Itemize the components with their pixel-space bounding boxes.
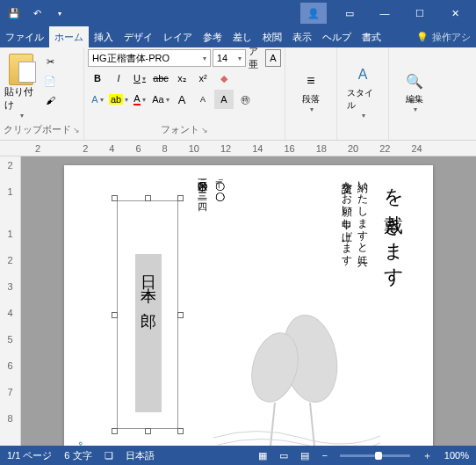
- sender-name[interactable]: 日本一郎: [138, 263, 159, 312]
- copy-button[interactable]: 📄: [40, 72, 60, 90]
- tab-layout[interactable]: レイア: [158, 26, 198, 47]
- document-area: 2 1 1 2 3 4 5 6 7 8 を戴きます 納いたしますと共に 交誼をお…: [0, 156, 476, 446]
- zoom-slider[interactable]: [340, 454, 410, 457]
- ruler-tick: 22: [379, 143, 390, 154]
- ruler-tick: 2: [83, 143, 88, 154]
- ribbon-options-button[interactable]: ▭: [332, 0, 367, 26]
- ribbon-tabs: ファイル ホーム 挿入 デザイ レイア 参考 差し 校閲 表示 ヘルプ 書式 💡…: [0, 26, 476, 47]
- superscript-button[interactable]: x²: [193, 69, 213, 88]
- address-postal[interactable]: 〒〇〇〇−〇〇〇〇: [213, 174, 227, 185]
- resize-handle[interactable]: [177, 312, 184, 318]
- document-page[interactable]: を戴きます 納いたしますと共に 交誼をお願い申し上げます 〒〇〇〇−〇〇〇〇 〇…: [64, 165, 433, 446]
- underline-button[interactable]: U▾: [130, 69, 149, 88]
- char-shading-button[interactable]: A: [214, 90, 234, 109]
- ribbon: 貼り付け ▾ ✂ 📄 🖌 クリップボード↘ HG正楷書体-PRO▾ 14▾ ア亜…: [0, 47, 476, 141]
- tab-design[interactable]: デザイ: [119, 26, 158, 47]
- phonetic-guide-button[interactable]: ア亜: [248, 49, 263, 67]
- underline-label: U: [133, 73, 141, 84]
- save-button[interactable]: 💾: [4, 3, 25, 24]
- resize-handle[interactable]: [112, 428, 118, 434]
- resize-handle[interactable]: [112, 312, 118, 318]
- font-color-button[interactable]: A▾: [130, 90, 149, 109]
- resize-handle[interactable]: [145, 195, 151, 201]
- text-line-3[interactable]: 交誼をお願い申し上げます: [339, 174, 354, 260]
- view-print-button[interactable]: ▦: [258, 450, 267, 461]
- close-button[interactable]: ✕: [437, 0, 472, 26]
- language-button[interactable]: 日本語: [126, 449, 155, 462]
- italic-button[interactable]: I: [109, 69, 128, 88]
- highlight-button[interactable]: ab▾: [109, 90, 128, 109]
- resize-handle[interactable]: [177, 428, 184, 434]
- resize-handle[interactable]: [112, 195, 118, 201]
- zoom-out-button[interactable]: −: [321, 450, 327, 461]
- paragraph-icon: ≡: [300, 70, 321, 91]
- font-name-combo[interactable]: HG正楷書体-PRO▾: [88, 49, 211, 67]
- case-label: Aa: [152, 94, 163, 105]
- tab-references[interactable]: 参考: [198, 26, 227, 47]
- maximize-button[interactable]: ☐: [402, 0, 437, 26]
- tab-home[interactable]: ホーム: [49, 26, 89, 47]
- text-line-2[interactable]: 納いたしますと共に: [355, 174, 370, 260]
- subscript-button[interactable]: x₂: [172, 69, 191, 88]
- paragraph-label: 段落: [302, 93, 320, 105]
- tab-format[interactable]: 書式: [357, 26, 386, 47]
- bold-button[interactable]: B: [88, 69, 107, 88]
- redo-button[interactable]: ▾: [49, 3, 70, 24]
- zoom-level[interactable]: 100%: [444, 450, 469, 461]
- font-size-combo[interactable]: 14▾: [213, 49, 246, 67]
- spell-check-button[interactable]: ❏: [105, 450, 113, 461]
- page-container[interactable]: を戴きます 納いたしますと共に 交誼をお願い申し上げます 〒〇〇〇−〇〇〇〇 〇…: [21, 156, 476, 446]
- shrink-font-button[interactable]: A: [193, 90, 213, 109]
- view-read-button[interactable]: ▭: [279, 450, 288, 461]
- clipboard-group-label: クリップボード: [4, 123, 71, 136]
- ruler-tick: 5: [7, 334, 12, 345]
- view-web-button[interactable]: ▤: [300, 450, 309, 461]
- group-styles: A スタイル ▾: [337, 47, 389, 140]
- strike-button[interactable]: abc: [151, 69, 170, 88]
- ruler-tick: 6: [7, 360, 12, 371]
- minimize-button[interactable]: —: [367, 0, 402, 26]
- anchor-icon[interactable]: ⚓: [73, 441, 88, 446]
- page-indicator[interactable]: 1/1 ページ: [7, 449, 52, 462]
- tab-help[interactable]: ヘルプ: [317, 26, 357, 47]
- resize-handle[interactable]: [145, 428, 151, 434]
- ruler-tick: 2: [35, 143, 40, 154]
- grow-font-button[interactable]: A: [172, 90, 191, 109]
- tab-insert[interactable]: 挿入: [89, 26, 119, 47]
- address-line[interactable]: 〇〇県〇〇市〇〇区〇〇一−二三−四: [196, 174, 209, 195]
- clipboard-dialog-launcher[interactable]: ↘: [73, 126, 80, 134]
- font-size-value: 14: [217, 53, 227, 63]
- word-count[interactable]: 6 文字: [64, 449, 91, 462]
- cut-button[interactable]: ✂: [40, 53, 60, 70]
- selected-textbox[interactable]: 日本一郎: [117, 200, 178, 429]
- undo-button[interactable]: ↶: [26, 3, 47, 24]
- font-group-label: フォント: [161, 123, 199, 136]
- tab-view[interactable]: 表示: [287, 26, 317, 47]
- paragraph-button[interactable]: ≡ 段落 ▾: [289, 49, 333, 134]
- change-case-button[interactable]: Aa▾: [151, 90, 170, 109]
- char-border-button[interactable]: A: [265, 49, 281, 67]
- text-effects-button[interactable]: A▾: [88, 90, 107, 109]
- font-dialog-launcher[interactable]: ↘: [201, 126, 208, 134]
- zoom-in-button[interactable]: ＋: [422, 449, 432, 462]
- user-avatar[interactable]: 👤: [300, 3, 327, 24]
- status-bar: 1/1 ページ 6 文字 ❏ 日本語 ▦ ▭ ▤ − ＋ 100%: [0, 446, 476, 465]
- ruler-tick: 20: [348, 143, 358, 154]
- styles-button[interactable]: A スタイル ▾: [341, 49, 385, 134]
- styles-label: スタイル: [347, 87, 379, 112]
- tab-file[interactable]: ファイル: [0, 26, 49, 47]
- name-highlight[interactable]: 日本一郎: [135, 254, 162, 412]
- enclose-char-button[interactable]: ㊕: [235, 90, 255, 109]
- paste-button[interactable]: 貼り付け ▾: [4, 49, 39, 121]
- ruler-tick: 3: [7, 281, 12, 292]
- tell-me[interactable]: 💡操作アシ: [411, 26, 476, 47]
- editing-button[interactable]: 🔍 編集 ▾: [393, 49, 436, 134]
- window-controls: ▭ — ☐ ✕: [332, 0, 472, 26]
- vertical-ruler[interactable]: 2 1 1 2 3 4 5 6 7 8: [0, 156, 21, 446]
- horizontal-ruler[interactable]: 2 2 4 6 8 10 12 14 16 18 20 22 24: [0, 141, 476, 156]
- clear-format-button[interactable]: ◆: [214, 69, 234, 88]
- ruler-tick: 12: [220, 143, 231, 154]
- text-line-1[interactable]: を戴きます: [380, 174, 407, 280]
- resize-handle[interactable]: [177, 195, 184, 201]
- format-painter-button[interactable]: 🖌: [40, 91, 60, 109]
